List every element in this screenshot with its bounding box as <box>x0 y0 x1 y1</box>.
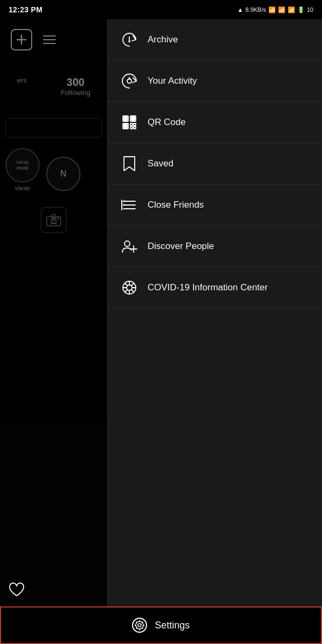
battery-level: 10 <box>307 6 313 13</box>
qr-icon <box>121 114 138 131</box>
dropdown-overlay: Archive Your Activity <box>0 19 322 644</box>
like-button[interactable] <box>9 582 25 601</box>
svg-rect-20 <box>134 127 136 129</box>
menu-item-covid[interactable]: COVID-19 Information Center <box>108 267 322 309</box>
svg-line-36 <box>125 283 127 286</box>
archive-icon <box>121 31 138 48</box>
svg-marker-24 <box>123 200 126 202</box>
menu-label-your-activity: Your Activity <box>148 75 197 87</box>
menu-label-qr-code: QR Code <box>148 116 186 128</box>
svg-rect-15 <box>124 125 127 128</box>
close-friends-icon <box>121 196 138 214</box>
status-bar: 12:23 PM ▲ 8.9KB/s 📶 📶 📶 🔋 10 <box>0 0 322 19</box>
menu-label-close-friends: Close Friends <box>148 199 204 211</box>
wifi-icon: 📶 <box>288 6 295 13</box>
svg-point-41 <box>136 621 143 629</box>
saved-icon <box>121 155 138 172</box>
menu-label-archive: Archive <box>148 34 178 46</box>
svg-marker-25 <box>123 204 126 206</box>
svg-point-40 <box>138 624 141 627</box>
nav-arrow-icon: ▲ <box>237 6 243 13</box>
menu-label-covid: COVID-19 Information Center <box>148 282 268 294</box>
signal-icon-2: 📶 <box>278 6 286 13</box>
svg-point-27 <box>125 241 130 246</box>
network-speed: 8.9KB/s <box>245 6 266 13</box>
settings-button[interactable]: Settings <box>0 606 322 644</box>
signal-icon: 📶 <box>268 6 276 13</box>
svg-rect-14 <box>131 117 135 120</box>
menu-item-qr-code[interactable]: QR Code <box>108 102 322 143</box>
svg-line-37 <box>131 290 134 292</box>
svg-rect-18 <box>134 123 136 126</box>
menu-label-saved: Saved <box>148 158 173 170</box>
discover-icon <box>121 238 138 255</box>
settings-gear-icon <box>132 618 147 633</box>
menu-item-archive[interactable]: Archive <box>108 19 322 61</box>
status-time: 12:23 PM <box>9 5 42 14</box>
activity-icon <box>121 72 138 90</box>
svg-rect-19 <box>130 127 133 129</box>
menu-item-close-friends[interactable]: Close Friends <box>108 185 322 226</box>
covid-icon <box>121 279 138 296</box>
svg-line-38 <box>131 283 134 286</box>
overlay-dim[interactable] <box>0 19 107 644</box>
svg-line-39 <box>125 290 127 292</box>
svg-rect-13 <box>124 117 127 120</box>
menu-item-saved[interactable]: Saved <box>108 143 322 185</box>
status-icons: ▲ 8.9KB/s 📶 📶 📶 🔋 10 <box>237 6 313 13</box>
svg-rect-17 <box>130 123 133 126</box>
menu-item-discover-people[interactable]: Discover People <box>108 226 322 267</box>
svg-point-7 <box>129 41 130 42</box>
battery-icon: 🔋 <box>297 6 305 13</box>
menu-panel: Archive Your Activity <box>107 19 322 644</box>
settings-label: Settings <box>155 620 189 631</box>
menu-label-discover-people: Discover People <box>148 240 214 252</box>
menu-item-your-activity[interactable]: Your Activity <box>108 61 322 102</box>
